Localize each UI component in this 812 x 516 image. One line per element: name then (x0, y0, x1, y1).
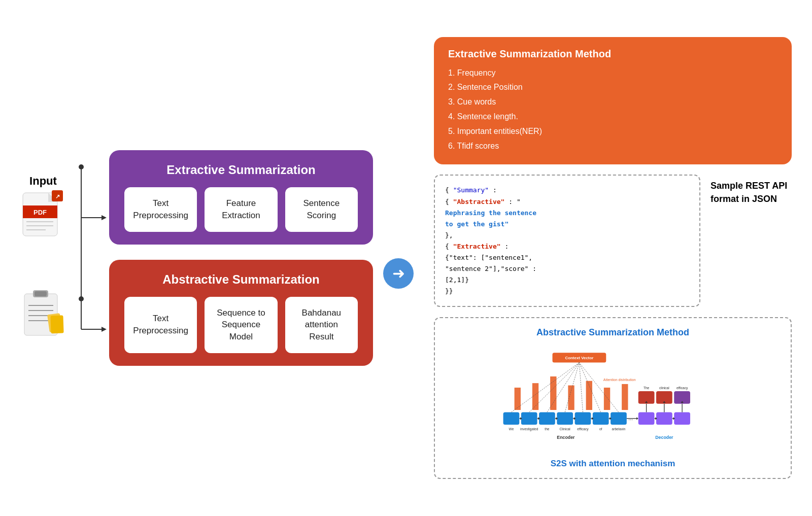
abstractive-step-2: Sequence to Sequence Model (205, 297, 277, 353)
abstractive-step-3: Bahdanau attention Result (285, 297, 358, 353)
svg-text:efficacy: efficacy (676, 387, 688, 391)
svg-text:Attention distribution: Attention distribution (603, 378, 636, 382)
extractive-summarization-box: Extractive Summarization Text Preprocess… (109, 150, 373, 245)
svg-rect-43 (593, 412, 609, 425)
diagram-title: Abstractive Summarization Method (445, 327, 781, 338)
json-output-box: { "Summary" : { "Abstractive" : " Rephra… (434, 175, 700, 307)
diagram-subtitle: S2S with attention mechanism (445, 459, 781, 469)
extractive-step-3: Sentence Scoring (285, 187, 358, 232)
diagram-inner: Context Vector Attention distribution (445, 343, 781, 455)
svg-text:Clinical: Clinical (560, 427, 571, 431)
svg-point-26 (79, 164, 84, 169)
svg-rect-31 (515, 388, 521, 410)
svg-rect-32 (532, 384, 538, 410)
left-section: Input PDF (20, 126, 373, 390)
method-item-3: 3. Cue words (448, 95, 777, 110)
json-line2: { "Abstractive" : " Rephrasing the sente… (445, 198, 536, 228)
extractive-steps-row: Text Preprocessing Feature Extraction Se… (124, 187, 358, 232)
json-line4: }, (445, 231, 453, 239)
encoder-cells (503, 412, 627, 425)
svg-text:Context Vector: Context Vector (565, 356, 593, 361)
center-arrow-section: ➜ (383, 258, 414, 289)
svg-rect-41 (557, 412, 573, 425)
svg-rect-34 (568, 386, 574, 410)
svg-text:Encoder: Encoder (557, 435, 575, 440)
json-row: { "Summary" : { "Abstractive" : " Rephra… (434, 175, 792, 307)
svg-text:The: The (644, 387, 650, 390)
method-item-4: 4. Sentence length. (448, 110, 777, 124)
extractive-step-1: Text Preprocessing (124, 187, 197, 232)
svg-marker-58 (636, 417, 638, 420)
svg-line-81 (579, 363, 619, 412)
extractive-step-2: Feature Extraction (205, 187, 277, 232)
method-title: Extractive Summarization Method (448, 48, 777, 60)
main-container: Input PDF (0, 0, 812, 516)
svg-text:...: ... (628, 416, 633, 422)
json-text: { "Summary" : { "Abstractive" : " Rephra… (445, 185, 689, 297)
svg-rect-59 (638, 412, 655, 425)
svg-rect-12 (35, 291, 47, 296)
json-line9: }} (445, 287, 453, 295)
svg-text:arbelaxin: arbelaxin (612, 427, 626, 431)
svg-text:investigated: investigated (520, 427, 538, 431)
svg-text:We: We (509, 427, 514, 431)
method-item-2: 2. Sentence Position (448, 80, 777, 95)
extractive-method-box: Extractive Summarization Method 1. Frequ… (434, 37, 792, 165)
clipboard-icon-wrapper (20, 286, 66, 341)
svg-rect-44 (611, 412, 627, 425)
svg-rect-61 (674, 412, 690, 425)
svg-rect-38 (503, 412, 520, 425)
svg-marker-21 (101, 215, 107, 220)
svg-text:Decoder: Decoder (655, 435, 673, 440)
abstractive-title: Abstractive Summarization (124, 272, 358, 287)
pdf-icon: PDF ↗ (20, 190, 66, 244)
abstractive-summarization-box: Abstractive Summarization Text Preproces… (109, 260, 373, 366)
svg-text:efficacy: efficacy (577, 427, 589, 431)
json-line6: {"text": ["sentence1", (445, 254, 532, 261)
svg-text:of: of (599, 427, 602, 431)
json-line7: "sentence 2"],"score" : (445, 265, 536, 272)
svg-rect-42 (575, 412, 591, 425)
svg-text:clinical: clinical (659, 387, 669, 390)
svg-text:PDF: PDF (33, 209, 47, 216)
svg-rect-36 (604, 388, 610, 410)
decoder-cells (638, 412, 690, 425)
svg-point-27 (79, 296, 84, 301)
svg-text:↗: ↗ (55, 193, 60, 199)
json-label: Sample REST API format in JSON (710, 175, 792, 205)
svg-rect-60 (656, 412, 672, 425)
method-list: 1. Frequency 2. Sentence Position 3. Cue… (448, 66, 777, 154)
clipboard-icon (20, 286, 66, 339)
pdf-icon-wrapper: PDF ↗ (20, 190, 66, 246)
input-arrows-svg (76, 126, 107, 390)
center-arrow: ➜ (383, 258, 414, 289)
method-item-5: 5. Important entities(NER) (448, 124, 777, 139)
svg-rect-18 (50, 315, 63, 333)
abstractive-diagram-box: Abstractive Summarization Method Context… (434, 317, 792, 479)
abstractive-steps-row: Text Preprocessing Sequence to Sequence … (124, 297, 358, 353)
input-label: Input (20, 175, 66, 188)
svg-rect-39 (521, 412, 537, 425)
json-line8: [2,1]} (445, 276, 469, 284)
abstractive-step-1: Text Preprocessing (124, 297, 197, 353)
svg-rect-37 (622, 384, 628, 410)
method-item-6: 6. Tfidf scores (448, 139, 777, 154)
input-column: Input PDF (20, 175, 66, 341)
svg-rect-40 (539, 412, 555, 425)
extractive-title: Extractive Summarization (124, 163, 358, 177)
svg-marker-24 (101, 327, 107, 332)
json-line1: { "Summary" : (445, 186, 497, 194)
input-label-group: Input PDF (20, 175, 66, 246)
s2s-diagram-svg: Context Vector Attention distribution (445, 343, 781, 455)
summarization-column: Extractive Summarization Text Preprocess… (109, 150, 373, 366)
svg-text:the: the (545, 427, 550, 431)
json-line5: { "Extractive" : (445, 243, 509, 250)
right-section: Extractive Summarization Method 1. Frequ… (434, 37, 792, 479)
method-item-1: 1. Frequency (448, 66, 777, 81)
